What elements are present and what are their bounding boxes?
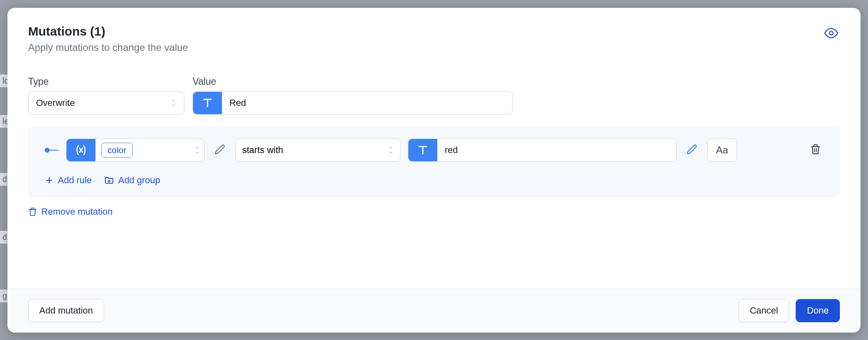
modal-footer: Add mutation Cancel Done [7, 289, 861, 333]
svg-point-0 [830, 31, 833, 35]
value-label: Value [193, 76, 513, 87]
case-label: Aa [716, 144, 728, 156]
modal-body: Mutations (1) Apply mutations to change … [7, 8, 861, 289]
text-type-icon [193, 92, 222, 114]
value-field: Value [193, 76, 513, 115]
header-text: Mutations (1) Apply mutations to change … [28, 24, 188, 53]
modal-subtitle: Apply mutations to change the value [28, 42, 188, 53]
delete-rule-button[interactable] [808, 141, 823, 159]
chevron-updown-icon [388, 146, 393, 154]
modal-header: Mutations (1) Apply mutations to change … [28, 24, 840, 53]
rule-value-input[interactable] [437, 139, 676, 161]
rule-value-wrap [408, 139, 677, 162]
variable-select-wrap: color [66, 139, 205, 162]
operator-select[interactable]: starts with [235, 139, 401, 162]
value-input-wrap [193, 91, 513, 115]
operator-value: starts with [242, 145, 283, 156]
variable-icon [67, 139, 95, 161]
mutations-modal: Mutations (1) Apply mutations to change … [7, 8, 861, 333]
plus-icon [45, 176, 54, 185]
eye-icon [824, 26, 838, 40]
variable-select[interactable]: color [95, 139, 204, 161]
type-label: Type [28, 76, 184, 87]
text-type-icon [408, 139, 437, 161]
remove-mutation-label: Remove mutation [41, 206, 112, 217]
add-group-label: Add group [118, 175, 160, 186]
add-rule-button[interactable]: Add rule [45, 175, 92, 186]
add-rule-label: Add rule [58, 175, 92, 186]
rule-connector-dot [45, 148, 50, 153]
trash-icon [810, 144, 821, 155]
rule-row: color starts with [45, 139, 823, 162]
pencil-icon [215, 144, 225, 155]
type-select[interactable]: Overwrite [28, 91, 184, 115]
pencil-icon [687, 144, 697, 155]
remove-mutation-button[interactable]: Remove mutation [28, 206, 112, 217]
rule-connector-line [50, 150, 59, 151]
add-group-button[interactable]: Add group [104, 175, 160, 186]
edit-value-button[interactable] [684, 141, 700, 159]
type-field: Type Overwrite [28, 76, 184, 115]
trash-icon [28, 207, 37, 216]
value-input[interactable] [222, 92, 512, 114]
fields-row: Type Overwrite Value [28, 76, 840, 115]
remove-mutation-row: Remove mutation [28, 206, 840, 218]
variable-tag: color [101, 143, 133, 158]
preview-button[interactable] [823, 24, 840, 42]
chevron-updown-icon [171, 99, 176, 107]
rule-actions: Add rule Add group [45, 175, 823, 186]
modal-title: Mutations (1) [28, 24, 188, 38]
rules-panel: color starts with [28, 127, 840, 197]
add-mutation-button[interactable]: Add mutation [28, 299, 104, 322]
chevron-updown-icon [194, 146, 200, 154]
case-sensitive-toggle[interactable]: Aa [707, 139, 737, 162]
cancel-button[interactable]: Cancel [739, 299, 789, 322]
done-button[interactable]: Done [796, 299, 840, 322]
type-value: Overwrite [36, 98, 75, 108]
footer-right: Cancel Done [739, 299, 840, 322]
edit-variable-button[interactable] [212, 141, 228, 159]
folder-plus-icon [104, 175, 114, 185]
